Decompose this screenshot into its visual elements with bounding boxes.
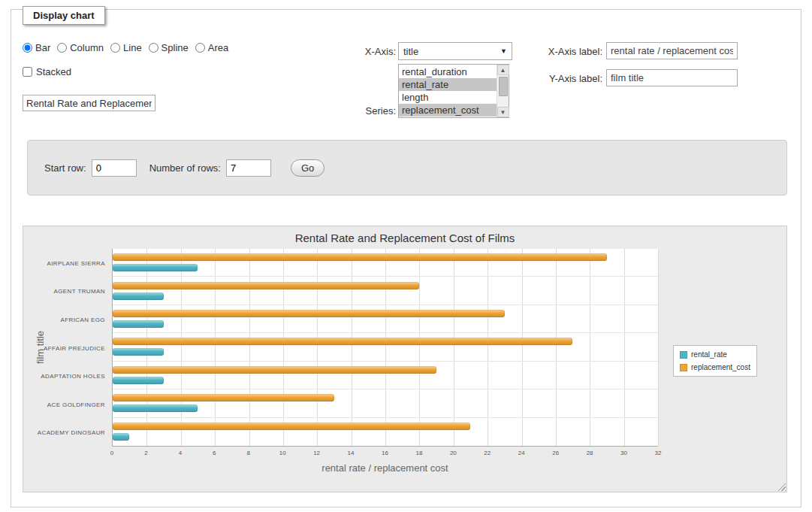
spline-radio[interactable] [149, 43, 158, 53]
replacement_cost-bar [113, 310, 505, 317]
category-label: ACADEMY DINOSAUR [38, 429, 105, 436]
plot-area [112, 249, 658, 447]
stacked-option[interactable]: Stacked [23, 66, 71, 77]
x-tick-label: 14 [348, 450, 355, 456]
rental_rate-bar [113, 348, 164, 356]
spline-radio-label: Spline [161, 42, 189, 53]
xaxis-label-field-label: X-Axis label: [518, 46, 602, 57]
x-tick-label: 16 [382, 450, 388, 456]
scrollbar-thumb[interactable] [499, 77, 508, 96]
legend-label: rental_rate [691, 350, 727, 359]
bar-group [113, 249, 658, 277]
x-tick-label: 0 [110, 450, 113, 456]
replacement_cost-bar [113, 253, 607, 261]
x-tick-label: 24 [518, 450, 525, 456]
start-row-label: Start row: [44, 162, 86, 174]
series-option-rental_duration[interactable]: rental_duration [399, 65, 497, 78]
y-axis-labels: AIRPLANE SIERRAAGENT TRUMANAFRICAN EGGAF… [23, 249, 112, 447]
chevron-down-icon: ▼ [500, 47, 507, 55]
series-listbox[interactable]: rental_durationrental_ratelengthreplacem… [398, 64, 509, 118]
category-label: ADAPTATION HOLES [41, 373, 105, 380]
line-radio[interactable] [110, 43, 120, 53]
x-tick-label: 10 [279, 450, 286, 456]
gridline [658, 249, 659, 446]
replacement_cost-bar [113, 423, 470, 430]
series-option-length[interactable]: length [399, 91, 497, 104]
bar-group [113, 333, 658, 361]
xaxis-field-label: X-Axis: [315, 46, 396, 57]
column-radio[interactable] [57, 43, 67, 53]
legend-label: replacement_cost [691, 363, 750, 371]
legend-swatch-icon [680, 364, 687, 371]
start-row-input[interactable] [92, 159, 137, 177]
bar-group [113, 305, 658, 333]
bar-group [113, 389, 658, 417]
rental_rate-bar [113, 264, 198, 271]
x-tick-label: 22 [484, 450, 491, 456]
go-button[interactable]: Go [291, 159, 324, 177]
category-label: AFRICAN EGG [60, 316, 105, 323]
x-tick-label: 8 [247, 450, 250, 456]
scroll-down-icon[interactable]: ▼ [497, 107, 509, 117]
line-radio-label: Line [123, 42, 142, 53]
num-rows-input[interactable] [226, 159, 271, 177]
chart-legend: rental_ratereplacement_cost [673, 345, 757, 377]
x-tick-label: 20 [450, 450, 457, 456]
x-tick-label: 26 [552, 450, 559, 456]
display-chart-page: Display chart Bar Column Line Spline Are… [0, 0, 812, 512]
replacement_cost-bar [113, 282, 419, 289]
yaxis-label-field-label: Y-Axis label: [518, 73, 602, 84]
bar-group [113, 418, 658, 446]
chart-panel: Rental Rate and Replacement Cost of Film… [23, 226, 787, 492]
x-tick-label: 12 [313, 450, 320, 456]
rental_rate-bar [113, 404, 198, 412]
x-tick-label: 2 [144, 450, 147, 456]
replacement_cost-bar [113, 366, 436, 374]
rental_rate-bar [113, 377, 164, 384]
x-tick-label: 32 [655, 450, 662, 456]
legend-swatch-icon [680, 351, 687, 359]
radio-option-bar[interactable]: Bar [23, 42, 50, 53]
panel-title: Display chart [23, 6, 105, 25]
row-range-panel: Start row: Number of rows: Go [27, 140, 787, 195]
x-tick-label: 30 [620, 450, 627, 456]
area-radio[interactable] [195, 43, 205, 53]
category-label: ACE GOLDFINGER [47, 401, 105, 407]
x-tick-label: 28 [587, 450, 593, 456]
series-option-replacement_cost[interactable]: replacement_cost [399, 104, 497, 117]
stacked-label: Stacked [36, 66, 71, 77]
radio-option-spline[interactable]: Spline [149, 42, 189, 53]
x-axis-title: rental rate / replacement cost [112, 462, 658, 474]
category-label: AFFAIR PREJUDICE [44, 344, 105, 351]
series-option-rental_rate[interactable]: rental_rate [399, 78, 497, 91]
chart-title-input[interactable] [23, 95, 155, 111]
bar-radio-label: Bar [35, 42, 50, 53]
xaxis-selected-value: title [403, 46, 418, 57]
x-axis-ticks: 02468101214161820222426283032 [112, 450, 658, 459]
x-tick-label: 18 [415, 450, 422, 456]
category-label: AIRPLANE SIERRA [47, 259, 105, 266]
yaxis-label-input[interactable] [606, 69, 738, 86]
listbox-scrollbar[interactable]: ▲ ▼ [497, 65, 509, 117]
radio-option-column[interactable]: Column [57, 42, 104, 53]
bar-radio[interactable] [23, 43, 32, 53]
stacked-checkbox[interactable] [23, 67, 32, 77]
num-rows-label: Number of rows: [149, 162, 221, 174]
bar-group [113, 277, 658, 304]
legend-entry-rental_rate: rental_rate [680, 350, 750, 359]
bar-group [113, 362, 658, 389]
series-field-label: Series: [315, 105, 396, 117]
radio-option-line[interactable]: Line [110, 42, 142, 53]
radio-option-area[interactable]: Area [195, 42, 228, 53]
rental_rate-bar [113, 433, 129, 441]
legend-entry-replacement_cost: replacement_cost [680, 363, 750, 371]
category-label: AGENT TRUMAN [53, 288, 105, 295]
resize-handle-icon[interactable] [776, 481, 786, 491]
x-tick-label: 6 [213, 450, 216, 456]
xaxis-select[interactable]: title ▼ [398, 42, 512, 60]
replacement_cost-bar [113, 394, 334, 401]
xaxis-label-input[interactable] [606, 42, 738, 59]
rental_rate-bar [113, 292, 164, 300]
chart-type-radio-group: Bar Column Line Spline Area [23, 42, 235, 53]
scroll-up-icon[interactable]: ▲ [497, 65, 509, 75]
